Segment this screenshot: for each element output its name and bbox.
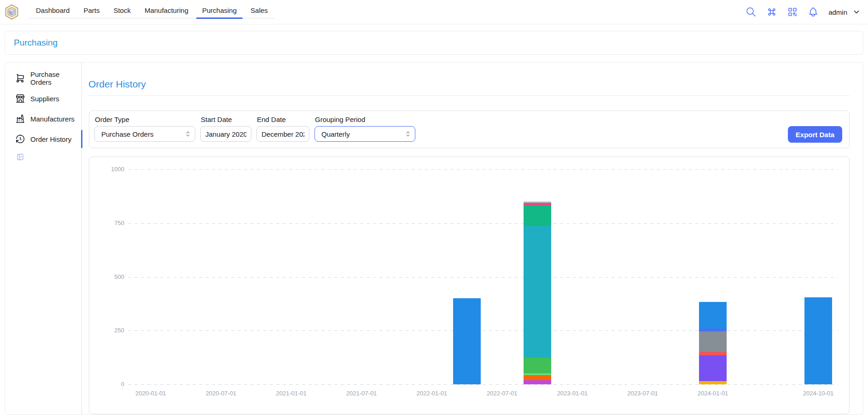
qr-scan-icon[interactable] — [787, 6, 798, 17]
x-axis-tick-label: 2022-01-01 — [402, 390, 462, 397]
x-axis-tick-label: 2021-07-01 — [332, 390, 391, 397]
grouping-period-label: Grouping Period — [315, 116, 415, 123]
tab-sales[interactable]: Sales — [244, 2, 275, 18]
notification-bell-icon[interactable] — [808, 6, 819, 17]
chart-gridline — [128, 330, 838, 331]
sidebar-item-label: Manufacturers — [30, 115, 75, 123]
inventree-logo[interactable] — [5, 4, 19, 20]
bar-segment — [524, 380, 551, 384]
history-clock-icon — [15, 134, 25, 144]
chart-gridline — [128, 169, 838, 170]
x-axis-tick-label: 2023-07-01 — [613, 390, 673, 397]
tab-purchasing[interactable]: Purchasing — [195, 2, 244, 18]
y-axis-tick-label: 250 — [96, 327, 124, 334]
command-palette-icon[interactable] — [766, 6, 777, 17]
building-store-icon — [15, 93, 25, 104]
x-axis-tick-label: 2024-01-01 — [683, 390, 743, 397]
grouping-period-value: Quarterly — [321, 130, 350, 138]
shopping-cart-icon — [15, 73, 25, 83]
order-history-chart: 025050075010002020-01-012020-07-012021-0… — [89, 156, 850, 414]
order-history-content: Order History Order Type Purchase Orders… — [82, 63, 863, 414]
sidebar-item-order-history[interactable]: Order History — [5, 129, 82, 149]
bar-segment — [524, 205, 551, 226]
export-data-button[interactable]: Export Data — [788, 126, 842, 143]
sidebar-item-purchase-orders[interactable]: Purchase Orders — [5, 68, 82, 88]
grouping-period-select[interactable]: Quarterly — [315, 126, 415, 142]
y-axis-tick-label: 1000 — [96, 166, 124, 173]
sidebar-item-manufacturers[interactable]: Manufacturers — [5, 109, 82, 129]
breadcrumb-purchasing-link[interactable]: Purchasing — [14, 38, 58, 48]
start-date-label: Start Date — [201, 116, 251, 123]
selector-chevrons-icon — [184, 130, 192, 138]
tab-dashboard[interactable]: Dashboard — [29, 2, 76, 18]
factory-icon — [15, 114, 25, 124]
bar-segment — [524, 203, 551, 205]
chart-gridline — [128, 277, 838, 278]
chevron-down-icon — [852, 8, 861, 16]
order-type-select[interactable]: Purchase Orders — [94, 126, 195, 142]
x-axis-tick-label: 2021-01-01 — [262, 390, 321, 397]
user-menu[interactable]: admin — [828, 8, 861, 16]
order-type-value: Purchase Orders — [101, 130, 153, 138]
sidebar-item-suppliers[interactable]: Suppliers — [5, 88, 82, 109]
filter-bar: Order Type Purchase Orders Start Date En… — [89, 110, 850, 148]
end-date-input[interactable] — [257, 130, 309, 138]
sidebar-item-label: Suppliers — [30, 95, 59, 103]
x-axis-tick-label: 2024-10-01 — [788, 390, 848, 397]
bar-segment — [699, 381, 727, 384]
tab-manufacturing[interactable]: Manufacturing — [138, 2, 195, 18]
top-navbar: Dashboard Parts Stock Manufacturing Purc… — [0, 0, 868, 24]
bar-segment — [524, 226, 551, 358]
user-name: admin — [828, 8, 847, 16]
x-axis-tick-label: 2022-07-01 — [472, 390, 532, 397]
chart-gridline — [128, 223, 838, 224]
bar-segment — [699, 331, 727, 352]
sidebar-item-label: Order History — [30, 135, 71, 143]
sidebar-item-label: Purchase Orders — [30, 70, 82, 86]
start-date-input[interactable] — [201, 130, 251, 138]
y-axis-tick-label: 0 — [96, 381, 124, 388]
order-type-label: Order Type — [95, 116, 195, 123]
bar-segment — [524, 375, 551, 380]
main-nav-tabs: Dashboard Parts Stock Manufacturing Purc… — [29, 2, 275, 18]
x-axis-tick-label: 2023-01-01 — [542, 390, 602, 397]
breadcrumb: Purchasing — [5, 31, 863, 55]
bar-segment — [699, 329, 727, 331]
tab-parts[interactable]: Parts — [76, 2, 106, 18]
bar-segment — [453, 298, 481, 384]
y-axis-tick-label: 750 — [96, 220, 124, 227]
bar-segment — [699, 355, 727, 381]
x-axis-tick-label: 2020-07-01 — [191, 390, 251, 397]
x-axis-tick-label: 2020-01-01 — [121, 390, 181, 397]
selector-chevrons-icon — [404, 130, 412, 138]
search-icon[interactable] — [746, 6, 757, 17]
bar-segment — [524, 358, 551, 373]
bar-segment — [699, 352, 727, 355]
chart-gridline — [128, 384, 838, 385]
tab-stock[interactable]: Stock — [106, 2, 138, 18]
y-axis-tick-label: 500 — [96, 273, 124, 281]
bar-segment — [524, 373, 551, 375]
end-date-label: End Date — [257, 116, 309, 123]
page-title: Order History — [88, 77, 850, 91]
sidebar-collapse-icon[interactable] — [16, 153, 24, 161]
bar-segment — [804, 297, 832, 384]
purchasing-sidebar: Purchase Orders Suppliers Manufacturers … — [5, 63, 82, 414]
title-divider — [87, 95, 850, 96]
purchasing-panel: Purchase Orders Suppliers Manufacturers … — [5, 62, 863, 415]
bar-segment — [699, 302, 727, 329]
bar-segment — [524, 202, 551, 203]
navbar-actions: admin — [746, 6, 861, 17]
